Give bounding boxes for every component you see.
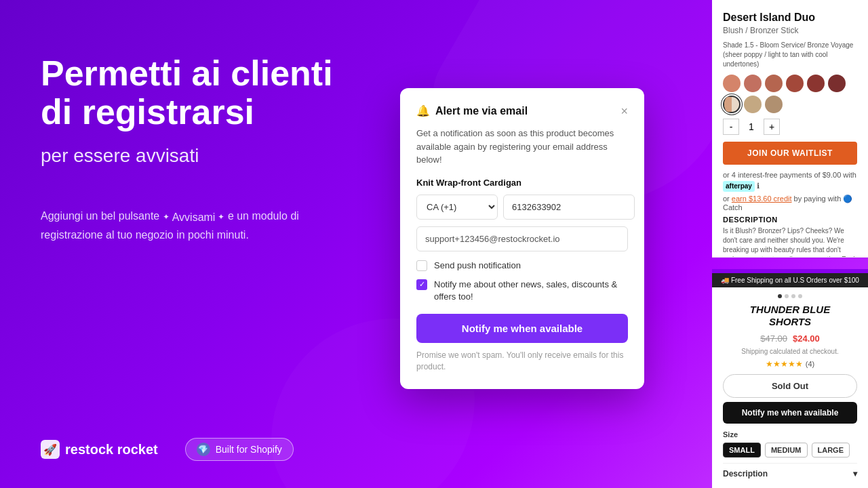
swatch-5[interactable] — [807, 75, 825, 92]
product-name-top: Desert Island Duo — [723, 11, 857, 24]
product-type-top: Blush / Bronzer Stick — [723, 26, 857, 35]
size-label: Size — [723, 430, 857, 439]
dot-4[interactable] — [798, 294, 802, 298]
modal: 🔔 Alert me via email × Get a notificatio… — [400, 88, 644, 389]
hero-subtitle: per essere avvisati — [41, 145, 353, 167]
modal-wrapper: 🔔 Alert me via email × Get a notificatio… — [400, 88, 644, 389]
swatch-7[interactable] — [723, 96, 741, 113]
product-card-top: Desert Island Duo Blush / Bronzer Stick … — [712, 0, 868, 258]
sold-out-button[interactable]: Sold Out — [723, 374, 857, 398]
shopify-badge-icon: 💎 — [197, 443, 210, 456]
description-title: DESCRIPTION — [723, 216, 857, 224]
afterpay-row: or 4 interest-free payments of $9.00 wit… — [723, 170, 857, 191]
email-input[interactable] — [416, 226, 628, 251]
description-toggle-label: Description — [723, 469, 768, 479]
product-card-bottom: 🚚 Free Shipping on all U.S Orders over $… — [712, 269, 868, 488]
shopify-badge[interactable]: 💎 Built for Shopify — [185, 438, 294, 461]
modal-close-button[interactable]: × — [620, 105, 628, 117]
product-title-line2: SHORTS — [723, 316, 857, 328]
news-checkbox-row: ✓ Notify me about other news, sales, dis… — [416, 279, 628, 303]
size-small[interactable]: SMALL — [723, 443, 761, 458]
product-label: Knit Wrap-front Cardigan — [416, 178, 628, 188]
swatch-8[interactable] — [744, 96, 762, 113]
hero-description: Aggiungi un bel pulsante Avvisami e un m… — [41, 207, 353, 243]
quantity-row: - 1 + — [723, 119, 857, 135]
chevron-down-icon: ▾ — [853, 469, 857, 479]
news-checkbox[interactable]: ✓ — [416, 279, 427, 290]
quantity-decrease-button[interactable]: - — [723, 119, 739, 135]
price-original: $47.00 — [760, 333, 787, 344]
push-notification-checkbox[interactable] — [416, 260, 427, 271]
review-count: (4) — [806, 360, 814, 368]
price-sale: $24.00 — [793, 333, 820, 344]
hero-section: Permetti ai clienti di registrarsi per e… — [41, 54, 353, 277]
afterpay-badge: afterpay — [723, 181, 755, 192]
footer: 🚀 restock rocket 💎 Built for Shopify — [41, 438, 294, 461]
carousel-dots — [723, 294, 857, 298]
catch-text: or earn $13.60 credit by paying with 🔵 C… — [723, 195, 852, 211]
shopify-badge-label: Built for Shopify — [216, 444, 282, 455]
swatch-1[interactable] — [723, 75, 741, 92]
phone-number-input[interactable] — [503, 195, 635, 220]
description-toggle[interactable]: Description ▾ — [723, 463, 857, 479]
description-section: DESCRIPTION Is it Blush? Bronzer? Lips? … — [723, 216, 857, 258]
modal-header: 🔔 Alert me via email × — [416, 104, 628, 117]
description-text-1: Aggiungi un bel pulsante — [41, 210, 159, 222]
hero-title: Permetti ai clienti di registrarsi — [41, 54, 353, 131]
swatch-9[interactable] — [765, 96, 783, 113]
avvisami-highlight: Avvisami — [163, 209, 225, 226]
right-panel: Desert Island Duo Blush / Bronzer Stick … — [712, 0, 868, 488]
phone-row: CA (+1) — [416, 195, 628, 220]
swatch-4[interactable] — [786, 75, 804, 92]
size-large[interactable]: LARGE — [812, 443, 850, 458]
product-title-bottom: THUNDER BLUE SHORTS — [723, 304, 857, 328]
size-medium[interactable]: MEDIUM — [765, 443, 808, 458]
shade-label: Shade 1.5 - Bloom Service/ Bronze Voyage… — [723, 41, 857, 69]
modal-title-text: Alert me via email — [435, 105, 528, 117]
swatch-6[interactable] — [828, 75, 846, 92]
bell-icon: 🔔 — [416, 104, 430, 117]
brand-name: restock rocket — [65, 442, 158, 458]
dot-3[interactable] — [791, 294, 795, 298]
stars-row: ★★★★★ (4) — [723, 359, 857, 369]
push-notification-label: Send push notification — [434, 260, 521, 272]
afterpay-text: or 4 interest-free payments of $9.00 wit… — [723, 171, 856, 179]
push-notification-row: Send push notification — [416, 260, 628, 272]
notify-button[interactable]: Notify me when available — [416, 314, 628, 343]
dot-1[interactable] — [778, 294, 782, 298]
modal-title: 🔔 Alert me via email — [416, 104, 528, 117]
stars: ★★★★★ — [766, 359, 803, 369]
disclaimer: Promise we won't spam. You'll only recei… — [416, 350, 628, 373]
phone-country-select[interactable]: CA (+1) — [416, 195, 498, 220]
quantity-increase-button[interactable]: + — [764, 119, 780, 135]
dot-2[interactable] — [785, 294, 789, 298]
size-row: SMALL MEDIUM LARGE — [723, 443, 857, 458]
notify-small-button[interactable]: Notify me when available — [723, 402, 857, 424]
quantity-value: 1 — [745, 121, 758, 132]
color-swatches — [723, 75, 857, 113]
brand: 🚀 restock rocket — [41, 440, 158, 459]
waitlist-button[interactable]: JOIN OUR WAITLIST — [723, 142, 857, 165]
swatch-3[interactable] — [765, 75, 783, 92]
modal-description: Get a notification as soon as this produ… — [416, 127, 628, 167]
news-checkbox-label: Notify me about other news, sales, disco… — [434, 279, 628, 303]
brand-icon: 🚀 — [41, 440, 60, 459]
product-title-line1: THUNDER BLUE — [723, 304, 857, 316]
swatch-2[interactable] — [744, 75, 762, 92]
free-shipping-bar: 🚚 Free Shipping on all U.S Orders over $… — [712, 273, 868, 287]
shipping-note: Shipping calculated at checkout. — [723, 348, 857, 355]
price-row: $47.00 $24.00 — [723, 333, 857, 344]
catch-row: or earn $13.60 credit by paying with 🔵 C… — [723, 195, 857, 211]
description-text: Is it Blush? Bronzer? Lips? Cheeks? We d… — [723, 226, 857, 258]
